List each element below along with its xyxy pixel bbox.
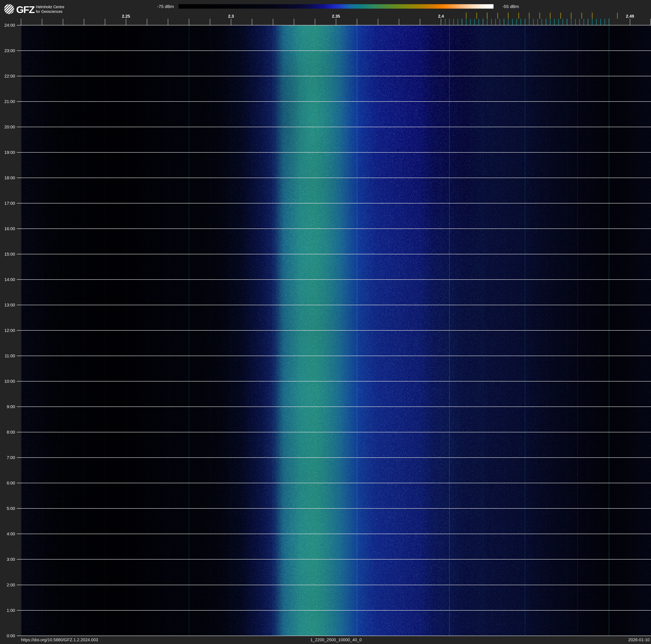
svg-text:GFZ: GFZ	[16, 4, 35, 15]
svg-text:for Geosciences: for Geosciences	[36, 9, 63, 14]
svg-text:Helmholtz Centre: Helmholtz Centre	[36, 5, 64, 9]
